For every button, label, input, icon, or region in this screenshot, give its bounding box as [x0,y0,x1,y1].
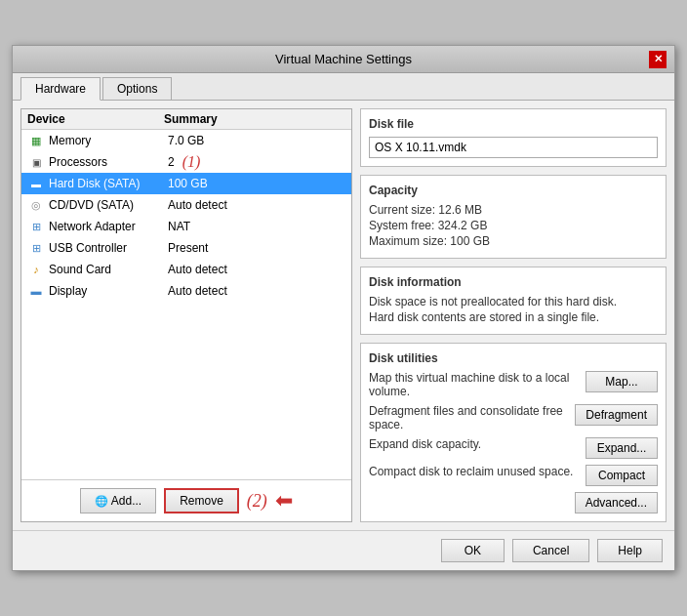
col-summary-header: Summary [164,112,218,126]
defragment-button-label: Defragment [586,408,647,422]
device-row-display[interactable]: ▬ Display Auto detect [21,280,351,302]
tab-options[interactable]: Options [102,77,172,100]
utility-map-row: Map this virtual machine disk to a local… [369,371,658,398]
expand-button[interactable]: Expand... [586,437,658,459]
tabs-bar: Hardware Options [13,73,674,101]
device-name-processors: Processors [49,155,168,169]
window-footer: OK Cancel Help [13,530,674,570]
cancel-button[interactable]: Cancel [512,539,589,562]
current-size: Current size: 12.6 MB [369,203,658,217]
map-button[interactable]: Map... [586,371,658,392]
sound-icon: ♪ [27,263,45,276]
hard-disk-icon: ▬ [27,177,45,190]
utility-defragment-row: Defragment files and consolidate free sp… [369,404,658,431]
cdrom-icon: ◎ [27,198,45,212]
ok-button-label: OK [465,544,481,557]
device-name-display: Display [49,284,168,298]
memory-icon: ▦ [27,134,45,147]
main-window: Virtual Machine Settings ✕ Hardware Opti… [12,45,675,571]
tab-hardware-label: Hardware [35,82,86,96]
device-name-cdrom: CD/DVD (SATA) [49,198,168,212]
close-button[interactable]: ✕ [649,51,667,68]
device-summary-hard-disk: 100 GB [168,177,208,190]
disk-utilities-section: Disk utilities Map this virtual machine … [360,343,667,522]
device-row-usb[interactable]: ⊞ USB Controller Present [21,237,351,259]
capacity-title: Capacity [369,184,658,197]
capacity-section: Capacity Current size: 12.6 MB System fr… [360,175,667,259]
tab-options-label: Options [117,82,157,96]
device-summary-memory: 7.0 GB [168,134,204,147]
remove-wrapper: Remove (2) ⬅ [164,488,293,513]
device-row-memory[interactable]: ▦ Memory 7.0 GB [21,130,351,151]
utility-defragment-desc: Defragment files and consolidate free sp… [369,404,575,431]
disk-info-line2: Hard disk contents are stored in a singl… [369,310,658,324]
advanced-row: Advanced... [369,492,658,513]
compact-button[interactable]: Compact [586,465,658,486]
system-free: System free: 324.2 GB [369,219,658,232]
cancel-button-label: Cancel [533,544,569,557]
device-summary-sound: Auto detect [168,263,227,276]
help-button[interactable]: Help [597,539,663,562]
disk-utilities-title: Disk utilities [369,351,658,365]
right-panel: Disk file Capacity Current size: 12.6 MB… [360,108,667,522]
left-bottom-buttons: 🌐 Add... Remove (2) ⬅ [21,479,351,521]
help-button-label: Help [618,544,642,557]
map-button-label: Map... [605,375,637,389]
utility-compact-desc: Compact disk to reclaim unused space. [369,465,586,478]
utility-map-desc: Map this virtual machine disk to a local… [369,371,586,398]
usb-icon: ⊞ [27,241,45,255]
processors-icon: ▣ [27,155,45,169]
display-icon: ▬ [27,284,45,298]
maximum-size: Maximum size: 100 GB [369,234,658,248]
device-row-processors[interactable]: ▣ Processors 2 (1) [21,151,351,173]
device-row-hard-disk[interactable]: ▬ Hard Disk (SATA) 100 GB [21,173,351,194]
device-summary-processors: 2 [168,155,175,169]
device-list: ▦ Memory 7.0 GB ▣ Processors 2 (1) ▬ Har… [21,130,351,479]
col-device-header: Device [27,112,164,126]
device-row-network[interactable]: ⊞ Network Adapter NAT [21,216,351,237]
advanced-button-label: Advanced... [586,496,647,510]
defragment-button[interactable]: Defragment [575,404,658,426]
device-name-usb: USB Controller [49,241,168,255]
advanced-button[interactable]: Advanced... [575,492,658,513]
device-summary-usb: Present [168,241,208,255]
device-name-hard-disk: Hard Disk (SATA) [49,177,168,190]
disk-info-line1: Disk space is not preallocated for this … [369,295,658,308]
utility-expand-row: Expand disk capacity. Expand... [369,437,658,459]
disk-info-section: Disk information Disk space is not preal… [360,267,667,335]
device-summary-network: NAT [168,220,190,233]
device-row-cdrom[interactable]: ◎ CD/DVD (SATA) Auto detect [21,194,351,216]
title-bar: Virtual Machine Settings ✕ [13,46,674,73]
expand-button-label: Expand... [597,441,647,455]
device-name-network: Network Adapter [49,220,168,233]
device-name-memory: Memory [49,134,168,147]
disk-file-title: Disk file [369,117,658,131]
utility-expand-desc: Expand disk capacity. [369,437,586,451]
device-name-sound: Sound Card [49,263,168,276]
device-table-header: Device Summary [21,109,351,130]
disk-info-title: Disk information [369,275,658,289]
tab-hardware[interactable]: Hardware [20,77,101,101]
disk-file-section: Disk file [360,108,667,167]
device-list-panel: Device Summary ▦ Memory 7.0 GB ▣ Process… [20,108,352,522]
annotation-2: (2) [247,491,267,512]
compact-button-label: Compact [598,469,645,482]
disk-file-input[interactable] [369,137,658,158]
window-title: Virtual Machine Settings [38,52,649,66]
annotation-1: (1) [182,153,201,171]
remove-button[interactable]: Remove [164,488,239,513]
network-icon: ⊞ [27,220,45,233]
utility-compact-row: Compact disk to reclaim unused space. Co… [369,465,658,486]
device-summary-cdrom: Auto detect [168,198,227,212]
arrow-right-icon: ⬅ [275,488,293,513]
add-button[interactable]: 🌐 Add... [80,488,156,513]
device-row-sound[interactable]: ♪ Sound Card Auto detect [21,259,351,280]
ok-button[interactable]: OK [441,539,505,562]
remove-button-label: Remove [180,494,223,508]
device-summary-display: Auto detect [168,284,227,298]
main-content: Device Summary ▦ Memory 7.0 GB ▣ Process… [13,101,674,530]
add-button-label: Add... [111,494,141,508]
